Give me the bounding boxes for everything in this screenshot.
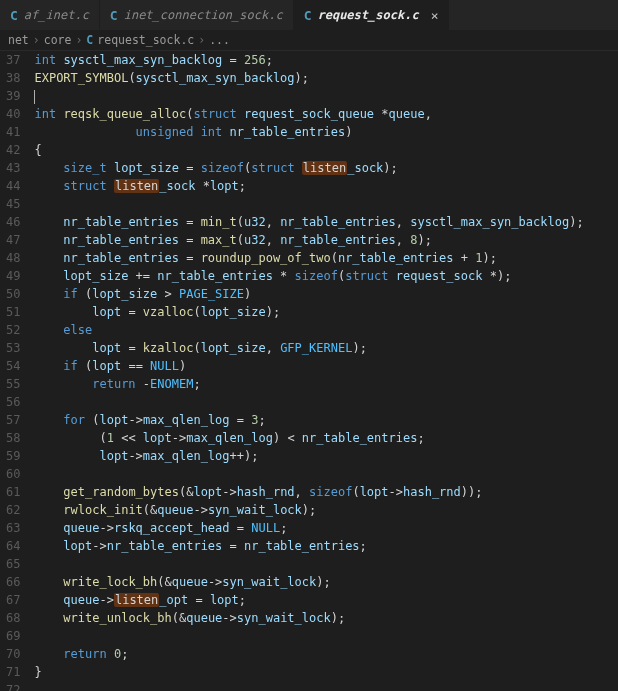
code-line[interactable]: lopt->max_qlen_log++);	[34, 447, 618, 465]
token-var: lopt	[92, 305, 121, 319]
token-var: lopt_size	[201, 341, 266, 355]
token-plain: =	[121, 305, 143, 319]
token-kw: int	[34, 107, 56, 121]
line-number: 60	[6, 465, 20, 483]
code-line[interactable]: queue->listen_opt = lopt;	[34, 591, 618, 609]
code-line[interactable]	[34, 195, 618, 213]
token-var: nr_table_entries	[157, 269, 273, 283]
token-var: queue	[63, 521, 99, 535]
code-line[interactable]: return 0;	[34, 645, 618, 663]
code-line[interactable]: lopt = kzalloc(lopt_size, GFP_KERNEL);	[34, 339, 618, 357]
token-var: queue	[172, 575, 208, 589]
code-line[interactable]	[34, 627, 618, 645]
token-punct: {	[34, 143, 41, 157]
line-number: 68	[6, 609, 20, 627]
code-line[interactable]	[34, 393, 618, 411]
code-line[interactable]: for (lopt->max_qlen_log = 3;	[34, 411, 618, 429]
token-kw: struct	[193, 107, 236, 121]
token-var: nr_table_entries	[338, 251, 454, 265]
line-number: 63	[6, 519, 20, 537]
code-editor[interactable]: 3738394041424344454647484950515253545556…	[0, 51, 618, 691]
breadcrumb-file[interactable]: request_sock.c	[97, 33, 194, 47]
token-const: ENOMEM	[150, 377, 193, 391]
token-typ: size_t	[63, 161, 106, 175]
token-plain	[237, 107, 244, 121]
line-number: 66	[6, 573, 20, 591]
breadcrumb-segment[interactable]: core	[44, 33, 72, 47]
token-var: request_sock_queue	[244, 107, 374, 121]
code-line[interactable]: lopt->nr_table_entries = nr_table_entrie…	[34, 537, 618, 555]
code-line[interactable]: else	[34, 321, 618, 339]
line-number: 65	[6, 555, 20, 573]
token-plain: ->	[222, 485, 236, 499]
tab-af_inet-c[interactable]: Caf_inet.c	[0, 0, 100, 30]
code-line[interactable]	[34, 87, 618, 105]
code-line[interactable]: int sysctl_max_syn_backlog = 256;	[34, 51, 618, 69]
tab-inet_connection_sock-c[interactable]: Cinet_connection_sock.c	[100, 0, 294, 30]
code-line[interactable]: get_random_bytes(&lopt->hash_rnd, sizeof…	[34, 483, 618, 501]
token-var: _sock	[159, 179, 195, 193]
code-line[interactable]: EXPORT_SYMBOL(sysctl_max_syn_backlog);	[34, 69, 618, 87]
token-punct: (	[193, 341, 200, 355]
code-line[interactable]: if (lopt == NULL)	[34, 357, 618, 375]
token-plain: ->	[222, 611, 236, 625]
token-kw: return	[63, 647, 106, 661]
code-line[interactable]: int reqsk_queue_alloc(struct request_soc…	[34, 105, 618, 123]
token-punct: (	[172, 611, 179, 625]
code-line[interactable]: write_lock_bh(&queue->syn_wait_lock);	[34, 573, 618, 591]
token-var: u32	[244, 215, 266, 229]
code-line[interactable]: }	[34, 663, 618, 681]
breadcrumb[interactable]: net›core›Crequest_sock.c›...	[0, 30, 618, 51]
token-plain: ;	[360, 341, 367, 355]
token-fn: min_t	[201, 215, 237, 229]
code-line[interactable]: size_t lopt_size = sizeof(struct listen_…	[34, 159, 618, 177]
code-line[interactable]: unsigned int nr_table_entries)	[34, 123, 618, 141]
code-line[interactable]	[34, 681, 618, 691]
code-line[interactable]: (1 << lopt->max_qlen_log) < nr_table_ent…	[34, 429, 618, 447]
line-number: 49	[6, 267, 20, 285]
token-punct: )	[331, 611, 338, 625]
line-number: 47	[6, 231, 20, 249]
token-plain: ;	[475, 485, 482, 499]
code-line[interactable]: lopt = vzalloc(lopt_size);	[34, 303, 618, 321]
code-line[interactable]: write_unlock_bh(&queue->syn_wait_lock);	[34, 609, 618, 627]
token-plain	[34, 539, 63, 553]
code-line[interactable]: nr_table_entries = roundup_pow_of_two(nr…	[34, 249, 618, 267]
token-plain: ;	[504, 269, 511, 283]
token-plain: ,	[266, 215, 280, 229]
tab-request_sock-c[interactable]: Crequest_sock.c×	[294, 0, 450, 30]
token-var: lopt_size	[63, 269, 128, 283]
close-icon[interactable]: ×	[431, 8, 439, 23]
token-var: lopt	[63, 539, 92, 553]
code-line[interactable]	[34, 465, 618, 483]
code-area[interactable]: int sysctl_max_syn_backlog = 256;EXPORT_…	[34, 51, 618, 691]
c-file-icon: C	[10, 8, 18, 23]
token-plain: ==	[121, 359, 150, 373]
token-var: queue	[389, 107, 425, 121]
token-punct: )	[345, 125, 352, 139]
token-var: lopt	[210, 593, 239, 607]
token-plain	[222, 125, 229, 139]
code-line[interactable]: if (lopt_size > PAGE_SIZE)	[34, 285, 618, 303]
tab-label: af_inet.c	[24, 8, 89, 22]
code-line[interactable]	[34, 555, 618, 573]
code-line[interactable]: nr_table_entries = min_t(u32, nr_table_e…	[34, 213, 618, 231]
token-plain: ;	[490, 251, 497, 265]
code-line[interactable]: struct listen_sock *lopt;	[34, 177, 618, 195]
token-plain: =	[230, 413, 252, 427]
line-number: 61	[6, 483, 20, 501]
breadcrumb-tail[interactable]: ...	[209, 33, 230, 47]
code-line[interactable]: nr_table_entries = max_t(u32, nr_table_e…	[34, 231, 618, 249]
token-plain	[34, 215, 63, 229]
token-plain: *	[482, 269, 496, 283]
code-line[interactable]: lopt_size += nr_table_entries * sizeof(s…	[34, 267, 618, 285]
token-plain: =	[179, 161, 201, 175]
code-line[interactable]: return -ENOMEM;	[34, 375, 618, 393]
token-plain: ;	[121, 647, 128, 661]
breadcrumb-segment[interactable]: net	[8, 33, 29, 47]
code-line[interactable]: queue->rskq_accept_head = NULL;	[34, 519, 618, 537]
code-line[interactable]: rwlock_init(&queue->syn_wait_lock);	[34, 501, 618, 519]
token-plain: ;	[323, 575, 330, 589]
token-plain	[107, 179, 114, 193]
code-line[interactable]: {	[34, 141, 618, 159]
